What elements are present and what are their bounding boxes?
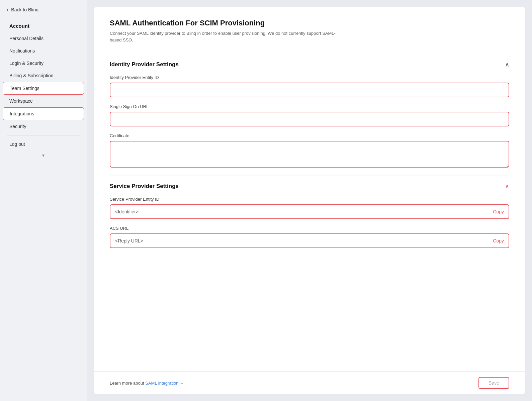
content-body: SAML Authentication For SCIM Provisionin… [94, 7, 525, 371]
identity-provider-section: Identity Provider Settings ∧ Identity Pr… [110, 54, 509, 169]
back-link-label: Back to Blinq [11, 7, 38, 12]
certificate-label: Certificate [110, 133, 509, 138]
sidebar-item-logout[interactable]: Log out [3, 138, 84, 150]
sidebar-item-account: Account [3, 20, 84, 32]
service-provider-section-title: Service Provider Settings [110, 183, 179, 190]
entity-id-label: Identity Provider Entity ID [110, 75, 509, 80]
page-title: SAML Authentication For SCIM Provisionin… [110, 19, 509, 27]
service-provider-collapse-icon[interactable]: ∧ [505, 183, 509, 190]
acs-url-readonly: <Reply URL> Copy [110, 233, 509, 248]
service-provider-header-row: Service Provider Settings ∧ [110, 183, 509, 190]
sidebar-item-team-settings[interactable]: Team Settings [3, 82, 84, 95]
service-provider-section: Service Provider Settings ∧ Service Prov… [110, 176, 509, 248]
sp-entity-id-readonly: <Identifier> Copy [110, 204, 509, 219]
identity-provider-header-row: Identity Provider Settings ∧ [110, 61, 509, 68]
page-subtitle: Connect your SAML identity provider to B… [110, 30, 344, 43]
sso-url-input[interactable] [110, 112, 509, 126]
sidebar-item-integrations[interactable]: Integrations [3, 107, 84, 120]
certificate-textarea[interactable] [110, 141, 509, 168]
sidebar-item-notifications[interactable]: Notifications [3, 45, 84, 57]
certificate-field-group: Certificate [110, 133, 509, 169]
identity-provider-section-title: Identity Provider Settings [110, 61, 179, 68]
sidebar-item-security[interactable]: Security [3, 120, 84, 132]
learn-more-text: Learn more about [110, 381, 145, 386]
sidebar-section: Account Personal Details Notifications L… [0, 18, 87, 152]
entity-id-input[interactable] [110, 83, 509, 97]
sidebar-item-personal-details[interactable]: Personal Details [3, 32, 84, 44]
scroll-down-arrow[interactable]: ▼ [0, 152, 87, 159]
sidebar-divider [7, 135, 80, 135]
sidebar-item-workspace[interactable]: Workspace [3, 95, 84, 107]
back-link[interactable]: ‹ Back to Blinq [0, 0, 87, 18]
sp-entity-id-field-group: Service Provider Entity ID <Identifier> … [110, 197, 509, 219]
sidebar-item-billing[interactable]: Billing & Subscription [3, 70, 84, 82]
sso-url-label: Single Sign On URL [110, 104, 509, 109]
acs-url-field-group: ACS URL <Reply URL> Copy [110, 226, 509, 248]
main-content: SAML Authentication For SCIM Provisionin… [87, 0, 532, 401]
sso-url-field-group: Single Sign On URL [110, 104, 509, 126]
sidebar-item-login-security[interactable]: Login & Security [3, 57, 84, 69]
chevron-left-icon: ‹ [7, 7, 8, 13]
sp-entity-id-label: Service Provider Entity ID [110, 197, 509, 202]
acs-url-value: <Reply URL> [115, 238, 143, 243]
identity-provider-collapse-icon[interactable]: ∧ [505, 61, 509, 68]
content-card: SAML Authentication For SCIM Provisionin… [94, 7, 525, 394]
sidebar: ‹ Back to Blinq Account Personal Details… [0, 0, 87, 401]
acs-url-label: ACS URL [110, 226, 509, 231]
sp-entity-id-value: <Identifier> [115, 209, 139, 214]
sp-entity-id-copy-button[interactable]: Copy [493, 209, 504, 214]
footer-learn-more: Learn more about SAML integration → [110, 381, 184, 386]
acs-url-copy-button[interactable]: Copy [493, 238, 504, 243]
save-button[interactable]: Save [478, 377, 509, 389]
saml-integration-link[interactable]: SAML integration → [145, 381, 184, 386]
entity-id-field-group: Identity Provider Entity ID [110, 75, 509, 97]
content-footer: Learn more about SAML integration → Save [94, 371, 525, 394]
